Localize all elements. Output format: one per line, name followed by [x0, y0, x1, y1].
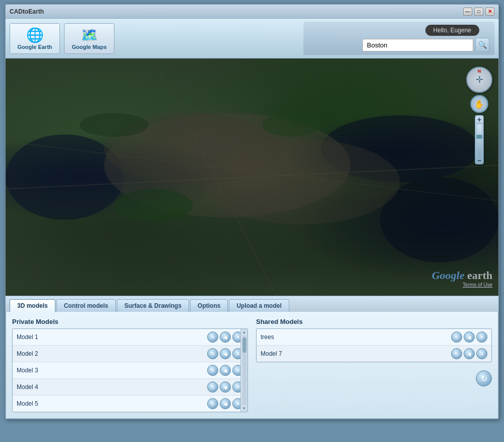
scroll-thumb[interactable]: [242, 338, 246, 353]
rotate-button[interactable]: ↻: [207, 365, 218, 376]
scroll-down-arrow[interactable]: ▼: [242, 406, 246, 411]
tab-surface-drawings[interactable]: Surface & Drawings: [117, 299, 189, 312]
map-satellite-view: [6, 59, 498, 296]
model-name: Model 3: [17, 367, 207, 374]
model-name: trees: [261, 334, 451, 341]
model-name: Model 7: [261, 350, 451, 357]
delete-button[interactable]: ✕: [476, 348, 487, 359]
move-button[interactable]: ◀: [464, 348, 475, 359]
table-row[interactable]: Model 1 ↻ ◀ ✕: [13, 329, 247, 346]
compass-icon: ✛: [476, 74, 483, 85]
search-row: 🔍: [362, 38, 489, 52]
window-controls: — □ ✕: [463, 8, 494, 16]
svg-point-8: [80, 113, 149, 137]
close-button[interactable]: ✕: [485, 8, 494, 16]
shared-models-title: Shared Models: [256, 318, 492, 325]
maximize-button[interactable]: □: [474, 8, 483, 16]
search-icon: 🔍: [478, 41, 487, 49]
zoom-out-button[interactable]: −: [475, 156, 484, 164]
tab-control-models[interactable]: Control models: [56, 299, 116, 312]
tab-options-label: Options: [198, 302, 220, 309]
table-row[interactable]: Model 7 ↻ ◀ ✕: [257, 346, 491, 362]
model-actions: ↻ ◀ ✕: [207, 381, 243, 393]
shared-models-column: Shared Models trees ↻ ◀ ✕ Model 7 ↻: [256, 318, 492, 412]
scroll-track: [242, 336, 246, 405]
tab-google-earth-label: Google Earth: [17, 44, 52, 50]
private-models-title: Private Models: [12, 318, 248, 325]
svg-point-3: [104, 113, 351, 217]
zoom-thumb[interactable]: [476, 135, 482, 139]
pan-control[interactable]: ✋: [470, 95, 488, 113]
tab-surface-drawings-label: Surface & Drawings: [124, 302, 181, 309]
pan-icon: ✋: [474, 99, 484, 109]
refresh-button[interactable]: ↻: [476, 370, 492, 386]
bottom-tabs: 3D models Control models Surface & Drawi…: [6, 296, 498, 312]
move-button[interactable]: ◀: [220, 348, 231, 359]
table-row[interactable]: Model 5 ↻ ◀ ✕: [13, 396, 247, 412]
svg-point-0: [6, 134, 124, 219]
model-name: Model 2: [17, 350, 207, 357]
svg-point-4: [104, 113, 282, 184]
rotate-button[interactable]: ↻: [207, 398, 218, 409]
tab-3d-models[interactable]: 3D models: [10, 299, 55, 312]
move-button[interactable]: ◀: [464, 332, 475, 343]
compass-ring[interactable]: N ✛: [466, 67, 492, 93]
zoom-track: [477, 125, 481, 155]
refresh-icon: ↻: [481, 374, 487, 383]
table-row[interactable]: Model 2 ↻ ◀ ✕: [13, 346, 247, 362]
zoom-controls: + −: [475, 115, 484, 164]
rotate-button[interactable]: ↻: [207, 348, 218, 359]
tab-google-maps[interactable]: 🗺️ Google Maps: [64, 23, 114, 54]
model-name: Model 1: [17, 334, 207, 341]
table-row[interactable]: Model 4 ↻ ◀ ✕: [13, 379, 247, 396]
shared-models-list: trees ↻ ◀ ✕ Model 7 ↻ ◀ ✕: [256, 328, 492, 362]
table-row[interactable]: trees ↻ ◀ ✕: [257, 329, 491, 346]
model-actions: ↻ ◀ ✕: [207, 398, 243, 409]
move-button[interactable]: ◀: [220, 365, 231, 376]
svg-point-1: [321, 116, 479, 182]
table-row[interactable]: Model 3 ↻ ◀ ✕: [13, 362, 247, 379]
terms-of-use-link[interactable]: Terms of Use: [432, 282, 492, 288]
move-button[interactable]: ◀: [220, 332, 231, 343]
model-actions: ↻ ◀ ✕: [451, 332, 487, 343]
svg-point-7: [262, 113, 321, 137]
model-name: Model 4: [17, 383, 207, 391]
content-area: Private Models Model 1 ↻ ◀ ✕ Model 2 ↻: [6, 312, 498, 419]
search-button[interactable]: 🔍: [475, 38, 489, 52]
rotate-button[interactable]: ↻: [207, 332, 218, 343]
svg-line-10: [153, 59, 277, 296]
scrollbar[interactable]: ▲ ▼: [240, 329, 247, 412]
rotate-button[interactable]: ↻: [451, 348, 462, 359]
window-title: CADtoEarth: [10, 8, 44, 15]
map-controls[interactable]: N ✛ ✋ + −: [466, 67, 492, 164]
zoom-in-button[interactable]: +: [475, 116, 484, 124]
compass-north-label: N: [478, 69, 481, 74]
svg-point-5: [203, 139, 400, 225]
scroll-up-arrow[interactable]: ▲: [242, 330, 246, 335]
minimize-button[interactable]: —: [463, 8, 472, 16]
model-actions: ↻ ◀ ✕: [207, 365, 243, 376]
svg-line-11: [6, 142, 498, 201]
title-bar: CADtoEarth — □ ✕: [6, 5, 498, 19]
tab-3d-models-label: 3D models: [17, 302, 48, 309]
search-input[interactable]: [362, 39, 473, 51]
tab-google-earth[interactable]: 🌐 Google Earth: [10, 23, 60, 54]
tab-google-maps-label: Google Maps: [72, 44, 106, 50]
move-button[interactable]: ◀: [220, 381, 231, 393]
greeting-text: Hello, Eugene: [425, 25, 479, 36]
model-actions: ↻ ◀ ✕: [451, 348, 487, 359]
private-models-column: Private Models Model 1 ↻ ◀ ✕ Model 2 ↻: [12, 318, 248, 412]
delete-button[interactable]: ✕: [476, 332, 487, 343]
tab-options[interactable]: Options: [190, 299, 228, 312]
map-area: N ✛ ✋ + − Google earth Terms of Use: [6, 59, 498, 296]
rotate-button[interactable]: ↻: [451, 332, 462, 343]
greeting-bar: Hello, Eugene: [425, 25, 479, 36]
rotate-button[interactable]: ↻: [207, 381, 218, 393]
tab-upload-model[interactable]: Upload a model: [229, 299, 289, 312]
svg-line-9: [6, 165, 498, 189]
move-button[interactable]: ◀: [220, 398, 231, 409]
header-area: 🌐 Google Earth 🗺️ Google Maps Hello, Eug…: [6, 19, 498, 59]
google-maps-icon: 🗺️: [71, 27, 108, 43]
svg-point-2: [380, 177, 498, 262]
tab-upload-model-label: Upload a model: [236, 302, 281, 309]
